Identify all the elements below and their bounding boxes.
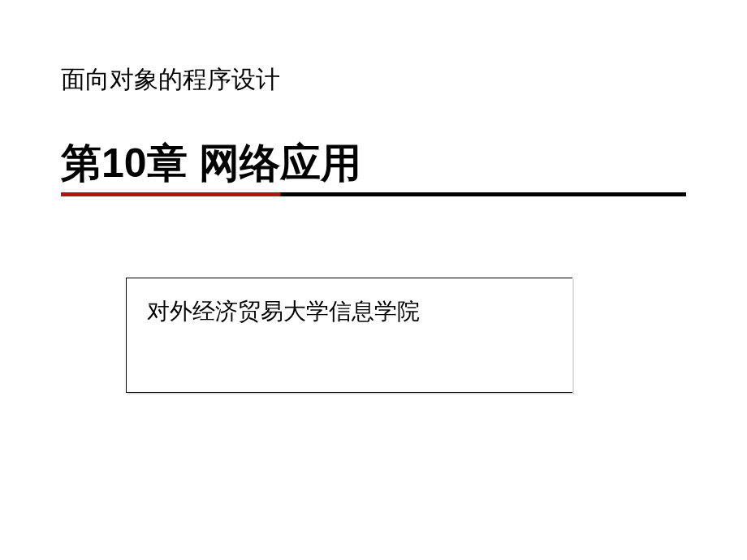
divider-black-segment [280,192,686,196]
presentation-slide: 面向对象的程序设计 第10章 网络应用 对外经济贸易大学信息学院 [0,0,747,560]
divider-red-segment [61,192,280,196]
institution-name: 对外经济贸易大学信息学院 [147,296,552,327]
title-divider [61,192,686,196]
institution-box: 对外经济贸易大学信息学院 [126,278,572,393]
course-title: 面向对象的程序设计 [61,63,280,97]
chapter-title: 第10章 网络应用 [61,136,361,191]
